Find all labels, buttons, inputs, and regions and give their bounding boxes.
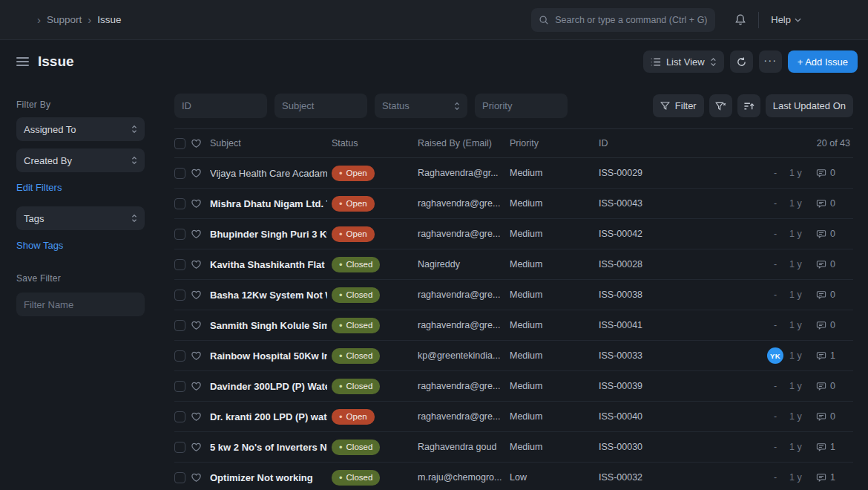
chevron-down-icon [795,18,801,22]
select-all-checkbox[interactable] [174,138,185,149]
heart-icon[interactable] [191,320,206,330]
comment-count: 0 [816,198,853,209]
heart-icon[interactable] [191,350,206,361]
result-count[interactable]: 20 of 43 [722,138,853,148]
heart-icon[interactable] [191,381,206,391]
show-tags-link[interactable]: Show Tags [16,240,63,251]
sidebar-toggle-icon[interactable] [16,56,29,68]
issue-subject[interactable]: 5 kw 2 No's of Inverters Not w [210,442,327,453]
table-row[interactable]: Bhupinder Singh Puri 3 Kw D Open raghave… [174,219,853,249]
select-updown-icon [131,125,137,134]
row-checkbox[interactable] [174,472,185,483]
comment-icon [816,473,826,483]
row-checkbox[interactable] [174,168,185,179]
row-checkbox[interactable] [174,442,185,453]
standard-filter-bar: Status Filter Last Updated On [174,94,853,118]
table-row[interactable]: Davinder 300LPD (P) Water I Closed ragha… [174,371,853,402]
last-modified-age: 1 y [789,198,812,209]
issue-subject[interactable]: Mishra Dhatu Nigam Ltd. Tan [210,198,327,209]
heart-icon[interactable] [191,290,206,300]
select-updown-icon [710,57,717,67]
heart-icon[interactable] [191,138,206,148]
breadcrumb-support[interactable]: Support [47,14,82,25]
status-badge: Closed [332,318,380,333]
status-filter-label: Status [382,100,410,111]
more-options-button[interactable]: ··· [759,50,782,73]
raised-by-email: raghavendra@gre... [418,411,505,422]
heart-icon[interactable] [191,411,206,422]
add-issue-button[interactable]: + Add Issue [788,50,858,73]
issue-subject[interactable]: Basha 12Kw System Not Wor [210,290,327,301]
clear-filters-button[interactable] [709,94,732,117]
comment-count: 0 [816,290,853,300]
comment-count-value: 0 [830,168,835,178]
row-checkbox[interactable] [174,290,185,301]
issue-subject[interactable]: Kavitha Shashikanth Flat plat [210,259,327,270]
priority-value: Medium [510,168,594,178]
row-checkbox[interactable] [174,259,185,270]
sort-field-button[interactable]: Last Updated On [766,94,853,117]
help-menu[interactable]: Help [771,14,801,25]
issue-subject[interactable]: Vijaya Health Care Acadamy 5 [210,168,327,179]
row-checkbox[interactable] [174,198,185,209]
issue-subject[interactable]: Bhupinder Singh Puri 3 Kw D [210,229,327,240]
issue-id: ISS-00041 [599,320,717,330]
subject-filter-input[interactable] [274,94,367,118]
notification-bell-icon[interactable] [734,13,746,26]
created-by-select[interactable]: Created By [16,148,145,172]
tags-label: Tags [24,213,44,224]
table-row[interactable]: Mishra Dhatu Nigam Ltd. Tan Open raghave… [174,189,853,219]
breadcrumb-issue[interactable]: Issue [97,14,121,25]
heart-icon[interactable] [191,259,206,270]
global-search-input[interactable]: Search or type a command (Ctrl + G) [531,8,715,32]
chevron-right-icon: › [37,14,41,25]
table-row[interactable]: Basha 12Kw System Not Wor Closed raghave… [174,280,853,310]
heart-icon[interactable] [191,229,206,239]
heart-icon[interactable] [191,198,206,209]
sort-order-button[interactable] [737,94,760,117]
edit-filters-link[interactable]: Edit Filters [16,182,62,193]
refresh-button[interactable] [730,50,753,73]
assignee-cell: - [766,381,785,391]
issue-subject[interactable]: Optimizer Not working [210,472,327,483]
table-row[interactable]: Kavitha Shashikanth Flat plat Closed Nag… [174,249,853,280]
status-filter-select[interactable]: Status [375,94,467,118]
assigned-to-select[interactable]: Assigned To [16,117,145,141]
priority-value: Medium [510,381,594,391]
heart-icon[interactable] [191,168,206,178]
table-row[interactable]: Dr. kranti 200 LPD (P) water Open raghav… [174,402,853,432]
comment-count: 1 [816,472,853,483]
comment-count-value: 1 [830,350,835,361]
row-checkbox[interactable] [174,350,185,362]
priority-value: Medium [510,320,594,330]
navbar-divider [758,12,759,28]
id-filter-input[interactable] [174,94,267,118]
filter-name-input[interactable] [16,293,145,316]
comment-count: 1 [816,442,853,452]
issue-subject[interactable]: Dr. kranti 200 LPD (P) water [210,411,327,422]
table-row[interactable]: 5 kw 2 No's of Inverters Not w Closed Ra… [174,432,853,463]
issue-subject[interactable]: Davinder 300LPD (P) Water I [210,381,327,392]
filter-button[interactable]: Filter [653,94,704,117]
table-row[interactable]: Rainbow Hospital 50Kw Inver Closed kp@gr… [174,341,853,371]
last-modified-age: 1 y [789,350,812,361]
issue-subject[interactable]: Sanmith Singh Kolule Simran [210,320,327,331]
heart-icon[interactable] [191,442,206,452]
status-badge: Closed [332,379,380,394]
assignee-cell: - [766,168,785,178]
table-row[interactable]: Vijaya Health Care Acadamy 5 Open Raghav… [174,158,853,189]
table-row[interactable]: Optimizer Not working Closed m.raju@chem… [174,463,853,490]
issue-subject[interactable]: Rainbow Hospital 50Kw Inver [210,350,327,362]
row-checkbox[interactable] [174,229,185,240]
priority-filter-input[interactable] [475,94,568,118]
tags-select[interactable]: Tags [16,206,145,230]
assignee-cell: - [766,320,785,330]
row-checkbox[interactable] [174,320,185,331]
row-checkbox[interactable] [174,411,185,422]
comment-count-value: 0 [830,411,835,422]
heart-icon[interactable] [191,472,206,483]
issue-list: Subject Status Raised By (Email) Priorit… [174,128,853,490]
view-switcher-button[interactable]: List View [643,50,724,73]
row-checkbox[interactable] [174,381,185,392]
table-row[interactable]: Sanmith Singh Kolule Simran Closed ragha… [174,310,853,341]
